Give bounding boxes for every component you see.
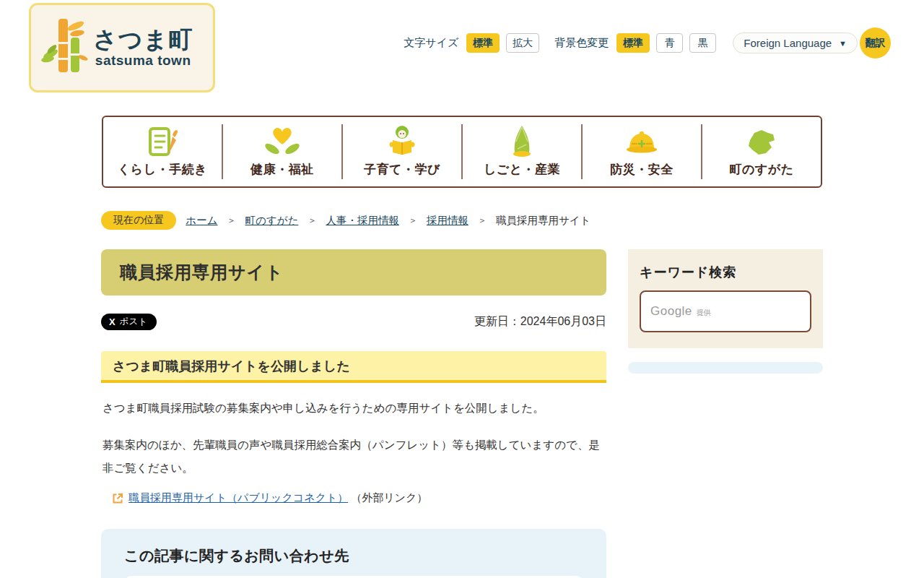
keyword-search-input[interactable]: Google 提供 bbox=[640, 290, 811, 332]
bamboo-shoot-icon bbox=[506, 126, 538, 158]
font-size-large-button[interactable]: 拡大 bbox=[506, 33, 539, 53]
breadcrumb-current-page: 職員採用専用サイト bbox=[496, 214, 591, 228]
breadcrumb: 現在の位置 ホーム ＞ 町のすがた ＞ 人事・採用情報 ＞ 採用情報 ＞ 職員採… bbox=[101, 211, 924, 230]
nav-item-kenko[interactable]: 健康・福祉 bbox=[223, 117, 341, 186]
logo-subtitle: satsuma town bbox=[95, 53, 191, 69]
x-logo-icon: X bbox=[109, 316, 116, 327]
breadcrumb-location-badge: 現在の位置 bbox=[101, 211, 176, 230]
bg-color-blue-button[interactable]: 青 bbox=[656, 33, 683, 53]
x-post-label: ポスト bbox=[120, 316, 147, 328]
breadcrumb-separator: ＞ bbox=[227, 215, 236, 227]
nav-item-shigoto[interactable]: しごと・産業 bbox=[463, 117, 581, 186]
language-group: Foreign Language ▼ 翻訳 bbox=[733, 27, 891, 59]
translate-button[interactable]: 翻訳 bbox=[860, 27, 891, 59]
bamboo-logo-icon bbox=[41, 13, 89, 82]
font-size-label: 文字サイズ bbox=[404, 36, 458, 50]
town-map-icon bbox=[744, 126, 779, 158]
nav-item-label: 健康・福祉 bbox=[250, 161, 314, 178]
external-link-suffix: （外部リンク） bbox=[351, 491, 427, 505]
article-paragraph: 募集案内のほか、先輩職員の声や職員採用総合案内（パンフレット）等も掲載しています… bbox=[101, 434, 606, 480]
page-title-bar: 職員採用専用サイト bbox=[101, 249, 606, 296]
font-size-standard-button[interactable]: 標準 bbox=[466, 33, 500, 53]
article-meta-row: X ポスト 更新日：2024年06月03日 bbox=[101, 314, 606, 330]
contact-box: この記事に関するお問い合わせ先 さつま町役場 総務課 行政係 〒895-1803 bbox=[101, 529, 606, 578]
breadcrumb-machi-link[interactable]: 町のすがた bbox=[245, 214, 299, 228]
site-header: さつま町 satsuma town 文字サイズ 標準 拡大 背景色変更 標準 青… bbox=[0, 0, 924, 116]
accessibility-controls: 文字サイズ 標準 拡大 背景色変更 標準 青 黒 Foreign Languag… bbox=[404, 27, 891, 59]
nav-item-label: 防災・安全 bbox=[610, 161, 674, 178]
nav-item-label: しごと・産業 bbox=[484, 161, 560, 178]
helmet-icon bbox=[624, 126, 660, 158]
x-post-button[interactable]: X ポスト bbox=[101, 314, 157, 330]
nav-item-bosai[interactable]: 防災・安全 bbox=[583, 117, 701, 186]
article-content: 職員採用専用サイト X ポスト 更新日：2024年06月03日 さつま町職員採用… bbox=[101, 249, 606, 578]
section-heading: さつま町職員採用サイトを公開しました bbox=[101, 351, 606, 383]
nav-item-kurashi[interactable]: くらし・手続き bbox=[103, 117, 222, 186]
global-nav: くらし・手続き 健康・福祉 子育て・ bbox=[102, 116, 822, 188]
breadcrumb-separator: ＞ bbox=[409, 215, 417, 227]
foreign-language-dropdown[interactable]: Foreign Language ▼ bbox=[733, 33, 858, 53]
site-logo[interactable]: さつま町 satsuma town bbox=[29, 3, 215, 92]
heart-hands-icon bbox=[264, 126, 300, 158]
breadcrumb-home-link[interactable]: ホーム bbox=[186, 214, 217, 228]
breadcrumb-separator: ＞ bbox=[478, 215, 487, 227]
nav-item-label: 子育て・学び bbox=[364, 161, 440, 178]
child-reading-icon bbox=[385, 126, 419, 158]
google-logo: Google bbox=[650, 304, 692, 319]
breadcrumb-saiyo-link[interactable]: 採用情報 bbox=[427, 214, 468, 228]
external-link-row: 職員採用専用サイト（パブリックコネクト） （外部リンク） bbox=[111, 491, 606, 505]
foreign-language-label: Foreign Language bbox=[744, 37, 832, 49]
logo-title: さつま町 bbox=[93, 27, 193, 53]
bg-color-standard-button[interactable]: 標準 bbox=[616, 33, 650, 53]
external-link-icon bbox=[111, 492, 124, 505]
updated-date: 更新日：2024年06月03日 bbox=[474, 314, 606, 329]
nav-item-label: 町のすがた bbox=[729, 161, 793, 178]
main-layout: 職員採用専用サイト X ポスト 更新日：2024年06月03日 さつま町職員採用… bbox=[101, 249, 823, 578]
nav-item-machi[interactable]: 町のすがた bbox=[702, 117, 821, 186]
bg-color-black-button[interactable]: 黒 bbox=[689, 33, 716, 53]
breadcrumb-separator: ＞ bbox=[308, 215, 316, 227]
sidebar: キーワード検索 Google 提供 bbox=[628, 249, 823, 374]
breadcrumb-jinji-link[interactable]: 人事・採用情報 bbox=[326, 214, 399, 228]
nav-item-kosodate[interactable]: 子育て・学び bbox=[343, 117, 461, 186]
sidebar-section-strip bbox=[628, 362, 823, 374]
logo-text: さつま町 satsuma town bbox=[93, 27, 193, 69]
article-paragraph: さつま町職員採用試験の募集案内や申し込みを行うための専用サイトを公開しました。 bbox=[101, 397, 606, 420]
document-pen-icon bbox=[146, 126, 179, 158]
nav-item-label: くらし・手続き bbox=[118, 161, 207, 178]
google-provided-label: 提供 bbox=[697, 306, 711, 318]
chevron-down-icon: ▼ bbox=[839, 39, 847, 48]
keyword-search-title: キーワード検索 bbox=[640, 264, 811, 281]
keyword-search-card: キーワード検索 Google 提供 bbox=[628, 249, 823, 348]
bg-color-label: 背景色変更 bbox=[554, 36, 609, 50]
recruitment-site-link[interactable]: 職員採用専用サイト（パブリックコネクト） bbox=[128, 491, 348, 505]
contact-title: この記事に関するお問い合わせ先 bbox=[124, 546, 583, 566]
page-title: 職員採用専用サイト bbox=[120, 261, 284, 284]
